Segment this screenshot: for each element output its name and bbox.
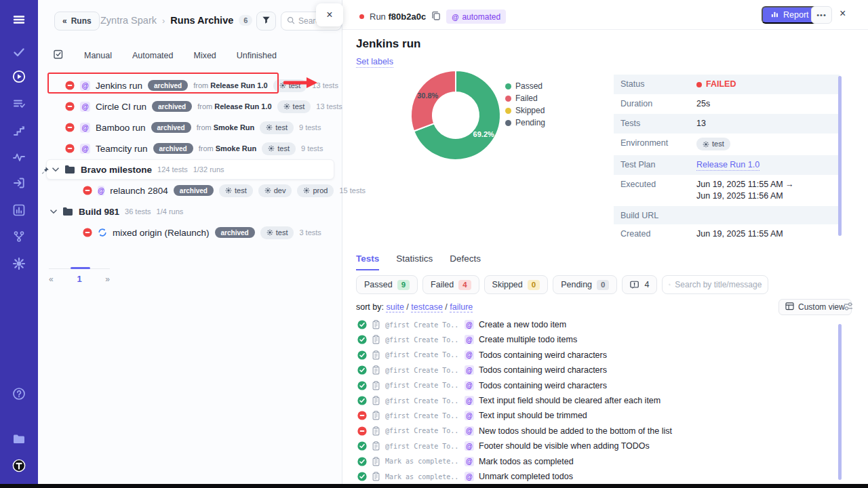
run-row[interactable]: @Jenkins runarchivedfrom Release Run 1.0… xyxy=(38,75,342,96)
detail-row: CreatedJun 19, 2025 11:55 AM xyxy=(614,224,840,244)
test-plan-link[interactable]: Release Run 1.0 xyxy=(696,160,760,171)
filter-passed-button[interactable]: Passed9 xyxy=(356,275,418,294)
tab-tests[interactable]: Tests xyxy=(356,253,379,270)
run-row[interactable]: mixed origin (Relaunch)archivedtest3 tes… xyxy=(38,222,342,243)
test-title: Mark todos as completed xyxy=(479,457,574,466)
filter-failed-button[interactable]: Failed4 xyxy=(422,275,479,294)
automated-icon: @ xyxy=(465,472,474,481)
automated-icon: @ xyxy=(465,320,474,329)
app-logo[interactable] xyxy=(12,458,26,473)
test-row[interactable]: @first Create To...@New todos should be … xyxy=(342,424,858,439)
donut-slice-failed[interactable] xyxy=(411,70,456,131)
legend-item-passed[interactable]: Passed xyxy=(505,81,545,91)
test-row[interactable]: @first Create To...@Text input field sho… xyxy=(342,393,858,408)
report-button[interactable]: Report xyxy=(762,6,818,24)
chevron-down-icon[interactable] xyxy=(50,209,57,214)
steps-icon[interactable] xyxy=(12,123,26,138)
tests-search-input[interactable]: Search by title/message xyxy=(662,275,768,294)
run-tests-count: 13 tests xyxy=(312,81,338,89)
folder-icon[interactable] xyxy=(12,432,26,447)
passed-status-icon xyxy=(357,350,367,360)
run-row[interactable]: @Teamcity runarchivedfrom Smoke Runtest9… xyxy=(38,138,342,159)
folder-runs-count: 1/4 runs xyxy=(157,207,184,216)
pagination-page-1[interactable]: 1 xyxy=(77,274,81,284)
copy-icon[interactable] xyxy=(431,11,441,22)
menu-icon[interactable] xyxy=(12,12,26,27)
check-icon[interactable] xyxy=(12,45,26,60)
set-labels-link[interactable]: Set labels xyxy=(356,57,393,68)
select-all-icon[interactable] xyxy=(53,49,64,62)
filter-pending-button[interactable]: Pending0 xyxy=(553,275,617,294)
details-scrollbar[interactable] xyxy=(838,76,842,236)
filter-skipped-button[interactable]: Skipped0 xyxy=(484,275,549,294)
folder-row[interactable]: Bravo milestone124 tests1/32 runs xyxy=(46,159,334,180)
branch-icon[interactable] xyxy=(12,229,26,244)
run-row[interactable]: @Circle CI runarchivedfrom Release Run 1… xyxy=(38,96,342,117)
pagination-next-button[interactable]: » xyxy=(105,274,110,284)
tab-mixed[interactable]: Mixed xyxy=(193,51,216,60)
legend-label: Failed xyxy=(515,94,538,103)
custom-view-button[interactable]: Custom view xyxy=(778,299,852,315)
pagination-prev-button[interactable]: « xyxy=(49,274,54,284)
legend-item-skipped[interactable]: Skipped xyxy=(505,106,545,115)
tab-unfinished[interactable]: Unfinished xyxy=(237,51,277,60)
test-row[interactable]: @first Create To...@Todos containing wei… xyxy=(342,378,858,393)
test-row[interactable]: @first Create To...@Todos containing wei… xyxy=(342,363,858,378)
run-id: f80b2a0c xyxy=(388,12,426,22)
legend-item-failed[interactable]: Failed xyxy=(505,94,545,103)
env-tag: prod xyxy=(297,184,334,197)
test-row[interactable]: @first Create To...@Todos containing wei… xyxy=(342,348,858,363)
runs-play-icon[interactable] xyxy=(12,69,26,84)
filter-button[interactable] xyxy=(256,12,276,30)
breadcrumb-project[interactable]: Zyntra Spark xyxy=(100,15,157,26)
run-row[interactable]: @relaunch 2804archivedtestdevprod15 test… xyxy=(38,180,342,201)
run-tests-count: 15 tests xyxy=(339,186,366,195)
detail-close-button[interactable]: × xyxy=(840,8,846,19)
field-value: Jun 19, 2025 11:55 AM xyxy=(696,228,783,240)
test-row[interactable]: Mark as complete...@Mark todos as comple… xyxy=(342,454,858,469)
view-settings-icon[interactable] xyxy=(843,301,854,312)
window-bottom-edge xyxy=(0,484,868,488)
test-suite-name: @first Create To... xyxy=(385,443,460,450)
test-title: New todos should be added to the bottom … xyxy=(479,426,672,436)
legend-item-pending[interactable]: Pending xyxy=(505,118,545,127)
more-options-button[interactable]: ••• xyxy=(811,6,832,24)
list-check-icon[interactable] xyxy=(12,96,26,111)
sort-link-suite[interactable]: suite xyxy=(386,302,403,312)
tab-automated[interactable]: Automated xyxy=(132,51,173,60)
panel-close-button[interactable]: × xyxy=(316,3,343,26)
archived-badge: archived xyxy=(174,185,214,196)
legend-dot xyxy=(505,83,511,89)
automated-badge: @automated xyxy=(446,9,506,24)
field-label: Duration xyxy=(620,98,696,108)
tab-defects[interactable]: Defects xyxy=(450,253,481,270)
test-row[interactable]: @first Create To...@Create a new todo it… xyxy=(342,317,858,332)
test-row[interactable]: @first Create To...@Create multiple todo… xyxy=(342,332,858,347)
run-row[interactable]: @Bamboo runarchivedfrom Smoke Runtest9 t… xyxy=(38,117,342,138)
tab-statistics[interactable]: Statistics xyxy=(396,253,433,270)
test-row[interactable]: @first Create To...@Footer should be vis… xyxy=(342,439,858,453)
test-row[interactable]: Mark as complete...@Unmark completed tod… xyxy=(342,469,858,484)
legend-label: Passed xyxy=(515,81,542,91)
sort-link-testcase[interactable]: testcase xyxy=(411,302,443,312)
page-title: Runs Archive xyxy=(170,15,233,26)
folder-row[interactable]: Build 98136 tests1/4 runs xyxy=(38,201,342,222)
chevron-down-icon[interactable] xyxy=(52,167,59,172)
test-title: Text input should be trimmed xyxy=(479,411,587,420)
test-row[interactable]: @first Create To...@Text input should be… xyxy=(342,408,858,423)
env-tag: test xyxy=(277,100,311,113)
back-to-runs-button[interactable]: «Runs xyxy=(54,12,100,30)
import-icon[interactable] xyxy=(12,176,26,190)
pagination-active-indicator xyxy=(71,267,90,269)
testcase-clipboard-icon xyxy=(372,381,380,390)
tab-manual[interactable]: Manual xyxy=(84,51,112,60)
bar-chart-icon[interactable] xyxy=(12,203,26,218)
field-label: Tests xyxy=(620,118,696,128)
sort-link-failure[interactable]: failure xyxy=(450,302,473,312)
activity-pulse-icon[interactable] xyxy=(12,150,26,165)
help-icon[interactable] xyxy=(12,386,26,401)
automated-icon: @ xyxy=(465,426,474,436)
filter-comments-button[interactable]: 4 xyxy=(622,275,657,294)
gear-icon[interactable] xyxy=(12,256,26,271)
archived-badge: archived xyxy=(153,143,193,154)
